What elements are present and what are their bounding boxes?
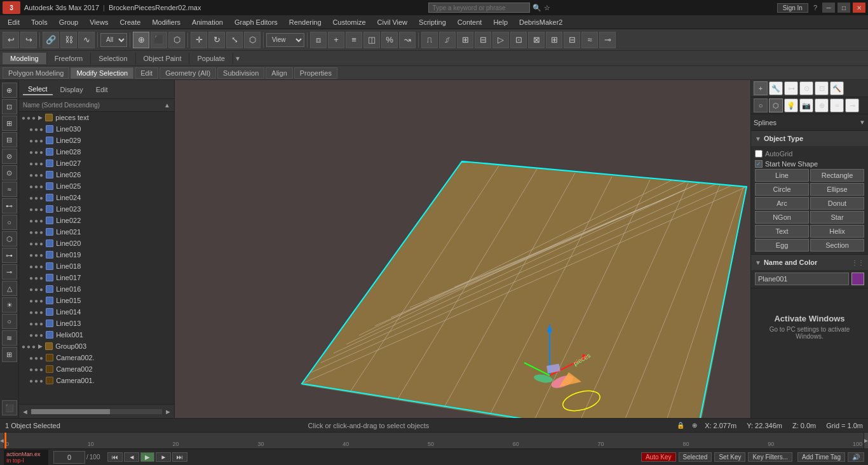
item-name-8[interactable]: Line023 [56,205,81,213]
shape-arc[interactable]: Arc [755,197,809,210]
object-type-header[interactable]: ▼ Object Type [751,131,868,146]
scene-item-camera002-target[interactable]: ● ● ● Camera002. [19,352,174,363]
tab-polygon-modeling[interactable]: Polygon Modeling [3,67,69,79]
shape-text[interactable]: Text [755,225,809,238]
scene-item-line022[interactable]: ● ● ● Line022 [19,215,174,226]
item-name-18[interactable]: Line013 [56,320,81,327]
scene-item-line021[interactable]: ● ● ● Line021 [19,226,174,238]
scene-item-pieces-text[interactable]: ● ● ● ▶ pieces text [19,112,174,123]
minimize-button[interactable]: ─ [822,3,835,13]
percent-button[interactable]: % [381,32,398,48]
scene-select-tab[interactable]: Select [23,84,53,95]
tab-properties[interactable]: Properties [294,67,337,79]
ls-btn-8[interactable]: ⊷ [2,198,17,213]
item-name-16[interactable]: Line015 [56,297,81,304]
scroll-right[interactable]: ► [165,408,172,415]
signin-button[interactable]: Sign In [777,3,808,13]
scene-item-line025[interactable]: ● ● ● Line025 [19,180,174,192]
ls-btn-14[interactable]: ☀ [2,297,17,313]
ls-btn-3[interactable]: ⊞ [2,116,17,131]
lasso-button[interactable]: ⬡ [168,32,185,48]
tab-subdivision[interactable]: Subdivision [217,67,264,79]
start-new-shape-checkbox[interactable]: ✓ [755,160,763,168]
shape-section[interactable]: Section [810,239,864,252]
next-frame-button[interactable]: ► [156,452,171,462]
lock-icon[interactable]: 🔒 [677,422,684,429]
ls-btn-7[interactable]: ≈ [2,182,17,197]
tab-align[interactable]: Align [266,67,292,79]
shape-circle[interactable]: Circle [755,183,809,196]
scene-item-line027[interactable]: ● ● ● Line027 [19,158,174,169]
unlink-button[interactable]: ⛓ [60,32,77,48]
scene-item-line020[interactable]: ● ● ● Line020 [19,238,174,249]
tab-selection[interactable]: Selection [91,53,135,64]
item-name-12[interactable]: Line019 [56,251,81,259]
menu-group[interactable]: Group [54,17,84,27]
item-name-4[interactable]: Line027 [56,159,81,167]
rp-systems-icon[interactable]: ⊸ [845,98,859,112]
scene-item-camera002[interactable]: ● ● ● Camera002 [19,363,174,375]
maximize-button[interactable]: □ [837,3,850,13]
name-color-header[interactable]: ▼ Name and Color ⋮⋮ [751,255,868,270]
scene-item-line030[interactable]: ● ● ● Line030 [19,123,174,135]
scroll-track[interactable] [31,409,162,414]
material-button[interactable]: ⊞ [457,32,473,48]
spinner-button[interactable]: ↝ [399,32,416,48]
shape-donut[interactable]: Donut [810,197,864,210]
object-name-input[interactable] [755,273,849,285]
color-swatch[interactable] [851,273,864,285]
tab-freeform[interactable]: Freeform [47,53,92,64]
scene-item-line016[interactable]: ● ● ● Line016 [19,283,174,295]
render-prod-button[interactable]: ⊡ [510,32,527,48]
help-icon[interactable]: ? [811,4,820,11]
scene-item-line014[interactable]: ● ● ● Line014 [19,306,174,318]
rp-create-icon[interactable]: + [754,81,768,95]
autogrid-checkbox[interactable] [755,150,763,158]
frame-input[interactable] [53,451,85,464]
layer-button[interactable]: ≡ [346,32,362,48]
menu-debrismaker[interactable]: DebrisMaker2 [514,17,567,27]
scene-item-line028[interactable]: ● ● ● Line028 [19,146,174,158]
rp-display-icon[interactable]: ⊡ [815,81,829,95]
item-name-5[interactable]: Line026 [56,171,81,179]
mirror-button[interactable]: ⧈ [310,32,327,48]
tabs-overflow[interactable]: ▾ [236,54,240,63]
auto-key-button[interactable]: Auto Key [641,452,676,462]
link-button[interactable]: 🔗 [43,32,59,48]
bind-button[interactable]: ∿ [78,32,95,48]
key-filters-button[interactable]: Key Filters... [748,452,792,462]
item-name-21[interactable]: Camera002. [56,354,95,361]
item-name-9[interactable]: Line022 [56,217,81,224]
scale-button[interactable]: ⤡ [226,32,243,48]
item-name-22[interactable]: Camera002 [56,365,92,373]
schematic-button[interactable]: ⎎ [439,32,456,48]
rp-space-icon[interactable]: ≈ [830,98,844,112]
selected-button[interactable]: Selected [679,452,712,462]
scene-item-line015[interactable]: ● ● ● Line015 [19,295,174,306]
rp-cam-icon[interactable]: 📷 [799,98,813,112]
item-name-3[interactable]: Line028 [56,148,81,156]
item-name-7[interactable]: Line024 [56,194,81,201]
expand-20[interactable]: ▶ [38,343,43,349]
scene-item-line029[interactable]: ● ● ● Line029 [19,135,174,146]
render-setup-button[interactable]: ⊟ [475,32,491,48]
prev-frame-button[interactable]: ◄ [124,452,139,462]
menu-help[interactable]: Help [488,17,513,27]
menu-edit[interactable]: Edit [3,17,25,27]
shape-line[interactable]: Line [755,169,809,182]
menu-graph-editors[interactable]: Graph Editors [229,17,283,27]
rp-helper-icon[interactable]: ⊕ [815,98,829,112]
extra-btn3[interactable]: ≈ [581,32,598,48]
menu-views[interactable]: Views [85,17,113,27]
menu-modifiers[interactable]: Modifiers [147,17,186,27]
star-icon[interactable]: ☆ [544,4,550,12]
scene-item-line024[interactable]: ● ● ● Line024 [19,192,174,203]
ls-btn-9[interactable]: ○ [2,215,17,230]
scene-item-group003[interactable]: ● ● ● ▶ Group003 [19,340,174,352]
scene-item-line013[interactable]: ● ● ● Line013 [19,318,174,329]
search-icon[interactable]: 🔍 [532,4,541,12]
select-button[interactable]: ⊕ [133,32,149,48]
set-key-button[interactable]: Set Key [714,452,745,462]
ls-btn-4[interactable]: ⊟ [2,132,17,147]
item-name-14[interactable]: Line017 [56,274,81,281]
